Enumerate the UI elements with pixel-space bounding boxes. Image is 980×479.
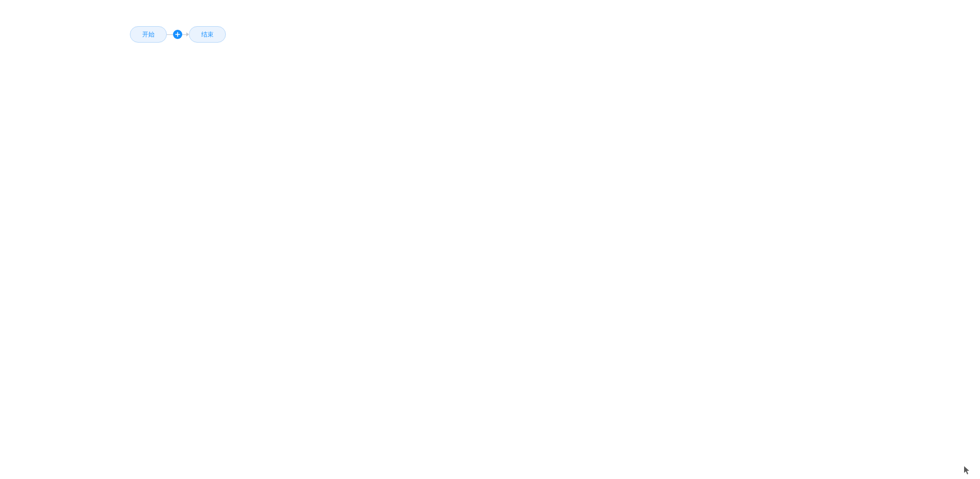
cursor-icon	[964, 466, 971, 475]
flow-node-end[interactable]: 结束	[189, 26, 226, 43]
flow-container: 开始 结束	[130, 26, 226, 43]
svg-rect-1	[176, 34, 180, 35]
connector-line	[182, 34, 186, 35]
add-node-button[interactable]	[173, 30, 182, 39]
connector-line	[167, 34, 173, 35]
flow-node-end-label: 结束	[201, 30, 214, 39]
flow-node-start[interactable]: 开始	[130, 26, 167, 43]
plus-icon	[175, 30, 180, 39]
flow-connector	[167, 30, 189, 39]
flow-node-start-label: 开始	[142, 30, 155, 39]
